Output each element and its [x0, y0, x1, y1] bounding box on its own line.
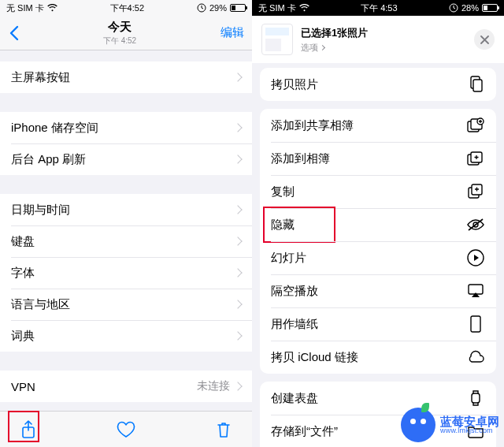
- row-label: 字体: [11, 266, 35, 281]
- action-label: 拷贝 iCloud 链接: [271, 350, 358, 365]
- eye-slash-icon: [466, 215, 485, 234]
- options-button[interactable]: 选项: [301, 42, 466, 54]
- share-sheet-header: 已选择1张照片 选项: [252, 16, 504, 63]
- sheet-title: 已选择1张照片: [301, 26, 466, 40]
- action-label: 复制: [271, 184, 295, 199]
- row-label: 日期与时间: [11, 203, 70, 218]
- action-airplay[interactable]: 隔空播放: [260, 274, 496, 307]
- action-label: 用作墙纸: [271, 317, 318, 332]
- carrier-text: 无 SIM 卡: [258, 2, 296, 14]
- row-label: iPhone 储存空间: [11, 121, 98, 136]
- settings-row[interactable]: 后台 App 刷新: [0, 143, 252, 175]
- settings-row[interactable]: VPN未连接: [0, 371, 252, 402]
- row-value: 未连接: [197, 379, 230, 393]
- chevron-right-icon: [233, 155, 242, 163]
- favorite-button[interactable]: [115, 419, 137, 441]
- watch-icon: [466, 389, 485, 408]
- play-icon: [466, 248, 485, 267]
- close-button[interactable]: [474, 29, 495, 50]
- action-label: 创建表盘: [271, 391, 318, 406]
- action-phone[interactable]: 用作墙纸: [260, 307, 496, 341]
- shared-album-icon: [466, 116, 485, 135]
- action-play[interactable]: 幻灯片: [260, 241, 496, 274]
- row-label: 键盘: [11, 234, 35, 249]
- settings-row[interactable]: 日期与时间: [0, 194, 252, 225]
- wifi-icon: [47, 4, 57, 12]
- battery-icon: [230, 4, 246, 12]
- battery-pct: 29%: [209, 3, 227, 13]
- album-icon: [466, 149, 485, 168]
- action-label: 添加到相簿: [271, 151, 330, 166]
- chevron-right-icon: [233, 331, 242, 340]
- chevron-right-icon: [233, 237, 242, 245]
- selected-thumbnail[interactable]: [261, 24, 293, 55]
- trash-button[interactable]: [213, 419, 235, 441]
- action-album[interactable]: 添加到相簿: [260, 142, 496, 175]
- action-label: 幻灯片: [271, 251, 306, 266]
- row-label: VPN: [11, 380, 35, 393]
- duplicate-icon: [466, 182, 485, 201]
- copy-doc-icon: [466, 75, 485, 94]
- share-button[interactable]: [17, 419, 39, 441]
- chevron-right-icon: [233, 268, 242, 277]
- chevron-right-icon: [233, 382, 242, 390]
- rotation-lock-icon: [197, 3, 206, 13]
- chevron-right-icon: [233, 300, 242, 308]
- nav-title: 今天 下午 4:52: [27, 20, 213, 47]
- action-label: 隔空播放: [271, 284, 318, 299]
- svg-rect-16: [472, 393, 480, 403]
- settings-row[interactable]: iPhone 储存空间: [0, 112, 252, 143]
- settings-row[interactable]: 主屏幕按钮: [0, 61, 252, 93]
- svg-rect-4: [473, 80, 482, 91]
- bottom-toolbar: [0, 411, 252, 447]
- action-duplicate[interactable]: 复制: [260, 175, 496, 208]
- action-shared-album[interactable]: 添加到共享相簿: [260, 109, 496, 142]
- battery-icon: [482, 4, 498, 12]
- row-label: 后台 App 刷新: [11, 152, 86, 167]
- airplay-icon: [466, 281, 485, 300]
- nav-bar: 今天 下午 4:52 编辑: [0, 16, 252, 50]
- edit-button[interactable]: 编辑: [213, 25, 244, 40]
- settings-row[interactable]: 词典: [0, 320, 252, 352]
- chevron-right-icon: [233, 73, 242, 81]
- wifi-icon: [299, 4, 309, 12]
- row-label: 词典: [11, 329, 35, 344]
- action-label: 存储到“文件”: [271, 424, 338, 439]
- action-label: 拷贝照片: [271, 77, 318, 92]
- action-label: 隐藏: [271, 218, 295, 233]
- action-eye-slash[interactable]: 隐藏: [260, 208, 496, 241]
- phone-icon: [466, 315, 485, 333]
- cloud-icon: [466, 348, 485, 367]
- carrier-text: 无 SIM 卡: [6, 2, 44, 14]
- chevron-right-icon: [320, 44, 325, 50]
- watermark-logo: 蓝莓安卓网 www.lmkjst.com: [401, 408, 499, 442]
- status-bar-left: 无 SIM 卡 下午4:52 29%: [0, 0, 252, 16]
- settings-row[interactable]: 语言与地区: [0, 289, 252, 320]
- status-time: 下午 4:53: [361, 2, 397, 14]
- status-time: 下午4:52: [110, 2, 144, 14]
- status-bar-right: 无 SIM 卡 下午 4:53 28%: [252, 0, 504, 16]
- action-cloud[interactable]: 拷贝 iCloud 链接: [260, 341, 496, 374]
- action-copy-doc[interactable]: 拷贝照片: [260, 68, 496, 101]
- battery-pct: 28%: [461, 3, 479, 13]
- rotation-lock-icon: [449, 3, 458, 13]
- row-label: 主屏幕按钮: [11, 70, 70, 85]
- action-label: 添加到共享相簿: [271, 118, 354, 133]
- chevron-right-icon: [233, 205, 242, 214]
- settings-row[interactable]: 键盘: [0, 225, 252, 257]
- svg-rect-15: [471, 316, 480, 332]
- chevron-right-icon: [233, 123, 242, 132]
- settings-row[interactable]: 字体: [0, 257, 252, 289]
- back-button[interactable]: [8, 25, 27, 41]
- row-label: 语言与地区: [11, 297, 70, 312]
